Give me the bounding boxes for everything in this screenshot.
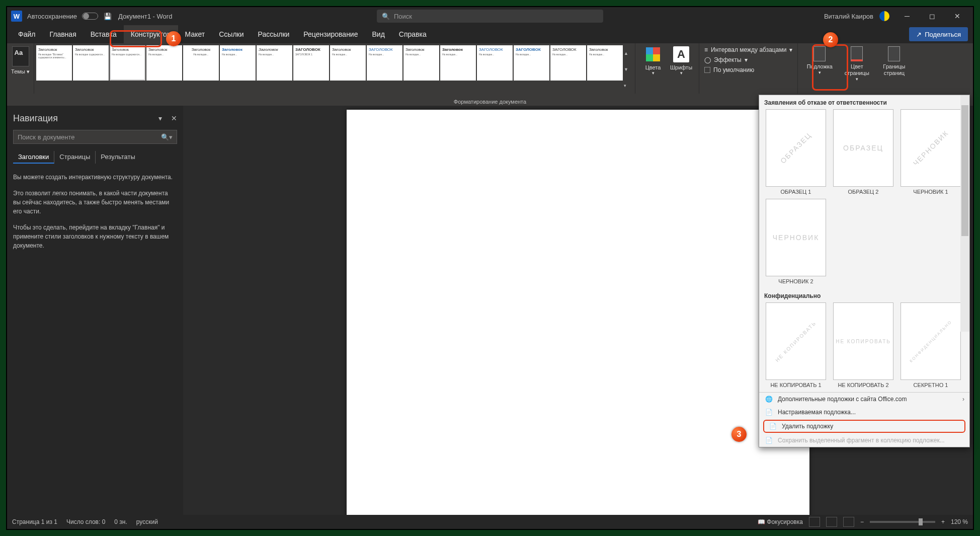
watermark-button[interactable]: Подложка ▾: [802, 46, 837, 91]
watermark-icon: [813, 46, 826, 61]
statusbar: Страница 1 из 1 Число слов: 0 0 зн. русс…: [7, 515, 973, 529]
wm-item-sample2[interactable]: ОБРАЗЕЦОБРАЗЕЦ 2: [832, 109, 895, 195]
autosave-label: Автосохранение: [27, 13, 77, 20]
document-title: Документ1 - Word: [118, 13, 172, 20]
nav-body: Вы можете создать интерактивную структур…: [13, 173, 177, 257]
ribbon-group-fonts: Цвета▾ A Шрифты▾: [635, 43, 699, 94]
styleset-gallery[interactable]: ЗаголовокНа вкладке "Вставка" содержатся…: [34, 43, 635, 94]
effects-button[interactable]: ◯Эффекты▾: [704, 56, 792, 63]
view-read-button[interactable]: [809, 517, 820, 527]
globe-icon: 🌐: [765, 396, 773, 403]
navigation-pane: Навигация ▾ ✕ Поиск в документе 🔍▾ Загол…: [7, 106, 183, 515]
search-input[interactable]: 🔍 Поиск: [377, 10, 603, 23]
themes-icon: [12, 46, 29, 66]
zoom-value[interactable]: 120 %: [951, 518, 968, 525]
wm-grid-2: НЕ КОПИРОВАТЬНЕ КОПИРОВАТЬ 1 НЕ КОПИРОВА…: [759, 302, 969, 392]
wm-item-nocopy1[interactable]: НЕ КОПИРОВАТЬНЕ КОПИРОВАТЬ 1: [764, 302, 828, 388]
tab-mailings[interactable]: Рассылки: [251, 25, 297, 43]
paragraph-spacing-button[interactable]: ≡Интервал между абзацами▾: [704, 46, 792, 53]
view-web-button[interactable]: [843, 517, 854, 527]
focus-mode-button[interactable]: 📖 Фокусировка: [758, 518, 803, 525]
fonts-button[interactable]: A Шрифты▾: [668, 46, 695, 94]
nav-close-icon[interactable]: ✕: [171, 114, 177, 122]
word-icon: W: [11, 11, 22, 22]
tab-insert[interactable]: Вставка: [84, 25, 124, 43]
zoom-out-button[interactable]: −: [860, 518, 864, 525]
zoom-slider[interactable]: [870, 521, 935, 523]
set-default-button[interactable]: По умолчанию: [704, 66, 792, 73]
wm-item-sample1[interactable]: ОБРАЗЕЦОБРАЗЕЦ 1: [764, 109, 828, 195]
nav-search-icon: 🔍▾: [161, 133, 173, 141]
autosave-toggle[interactable]: [82, 13, 98, 20]
nav-text-1: Вы можете создать интерактивную структур…: [13, 173, 177, 182]
nav-header: Навигация ▾ ✕: [13, 110, 177, 127]
page-icon: 📄: [765, 409, 773, 416]
tab-review[interactable]: Рецензирование: [296, 25, 365, 43]
minimize-button[interactable]: ─: [895, 7, 919, 25]
wm-item-secret1[interactable]: КОНФИДЕНЦИАЛЬНОСЕКРЕТНО 1: [899, 302, 962, 388]
search-placeholder: Поиск: [394, 13, 412, 20]
tab-layout[interactable]: Макет: [178, 25, 212, 43]
gallery-expand[interactable]: ▲▼▾: [624, 45, 633, 94]
tab-home[interactable]: Главная: [42, 25, 83, 43]
wm-item-nocopy2[interactable]: НЕ КОПИРОВАТЬНЕ КОПИРОВАТЬ 2: [832, 302, 895, 388]
nav-title: Навигация: [13, 113, 58, 124]
themes-button[interactable]: Темы ▾: [7, 43, 34, 94]
share-label: Поделиться: [925, 31, 961, 38]
user-name: Виталий Каиров: [824, 13, 873, 20]
status-page[interactable]: Страница 1 из 1: [12, 518, 57, 525]
tab-view[interactable]: Вид: [365, 25, 391, 43]
themes-label: Темы ▾: [11, 68, 30, 75]
wm-grid-1: ОБРАЗЕЦОБРАЗЕЦ 1 ОБРАЗЕЦОБРАЗЕЦ 2 ЧЕРНОВ…: [759, 109, 969, 288]
ribbon-group-paragraph: ≡Интервал между абзацами▾ ◯Эффекты▾ По у…: [699, 43, 797, 94]
page-color-button[interactable]: Цвет страницы▾: [839, 46, 874, 91]
tab-help[interactable]: Справка: [392, 25, 434, 43]
page-borders-icon: [888, 46, 900, 61]
nav-dropdown-icon[interactable]: ▾: [158, 114, 162, 122]
wm-section-confidential: Конфиденциально: [759, 288, 969, 302]
colors-button[interactable]: Цвета▾: [639, 46, 667, 94]
wm-item-draft1[interactable]: ЧЕРНОВИКЧЕРНОВИК 1: [899, 109, 962, 195]
nav-text-2: Это позволит легко понимать, в какой час…: [13, 189, 177, 216]
avatar[interactable]: [879, 11, 889, 21]
wm-custom[interactable]: 📄 Настраиваемая подложка...: [759, 406, 969, 419]
page-borders-button[interactable]: Границы страниц: [876, 46, 912, 91]
wm-save-selection: 📄 Сохранить выделенный фрагмент в коллек…: [759, 434, 969, 447]
wm-item-draft2[interactable]: ЧЕРНОВИКЧЕРНОВИК 2: [764, 199, 828, 284]
close-button[interactable]: ✕: [946, 7, 969, 25]
nav-tab-pages[interactable]: Страницы: [54, 151, 96, 164]
wm-remove[interactable]: 📄 Удалить подложку: [763, 420, 965, 433]
status-chars[interactable]: 0 зн.: [114, 518, 127, 525]
view-print-button[interactable]: [826, 517, 837, 527]
tab-references[interactable]: Ссылки: [212, 25, 251, 43]
share-button[interactable]: ↗ Поделиться: [909, 27, 968, 41]
share-icon: ↗: [916, 31, 922, 38]
callout-3: 3: [731, 427, 747, 442]
nav-search-input[interactable]: Поиск в документе 🔍▾: [13, 130, 177, 144]
status-language[interactable]: русский: [136, 518, 158, 525]
maximize-button[interactable]: ◻: [921, 7, 944, 25]
remove-icon: 📄: [769, 423, 777, 430]
app-window: W Автосохранение 💾 Документ1 - Word 🔍 По…: [6, 6, 974, 530]
titlebar-right: Виталий Каиров ─ ◻ ✕: [824, 7, 969, 25]
chevron-right-icon: ›: [962, 396, 964, 403]
nav-text-3: Чтобы это сделать, перейдите на вкладку …: [13, 223, 177, 250]
document-page[interactable]: [347, 110, 809, 515]
save-icon[interactable]: 💾: [103, 12, 112, 21]
nav-tabs: Заголовки Страницы Результаты: [13, 151, 177, 164]
wm-more-office[interactable]: 🌐 Дополнительные подложки с сайта Office…: [759, 393, 969, 406]
page-color-icon: [851, 46, 863, 61]
save-selection-icon: 📄: [765, 437, 773, 444]
wm-scrollbar[interactable]: [960, 95, 969, 332]
nav-tab-headings[interactable]: Заголовки: [13, 151, 54, 164]
ribbon-group-page-background: Подложка ▾ Цвет страницы▾ Границы страни…: [797, 43, 916, 94]
watermark-gallery: Заявления об отказе от ответственности О…: [759, 95, 970, 447]
search-container: 🔍 Поиск: [377, 10, 603, 23]
fonts-icon: A: [673, 46, 689, 62]
colors-icon: [646, 47, 660, 61]
status-words[interactable]: Число слов: 0: [66, 518, 105, 525]
wm-section-disclaimer: Заявления об отказе от ответственности: [759, 95, 969, 109]
tab-file[interactable]: Файл: [11, 25, 42, 43]
nav-tab-results[interactable]: Результаты: [96, 151, 140, 164]
zoom-in-button[interactable]: +: [941, 518, 945, 525]
